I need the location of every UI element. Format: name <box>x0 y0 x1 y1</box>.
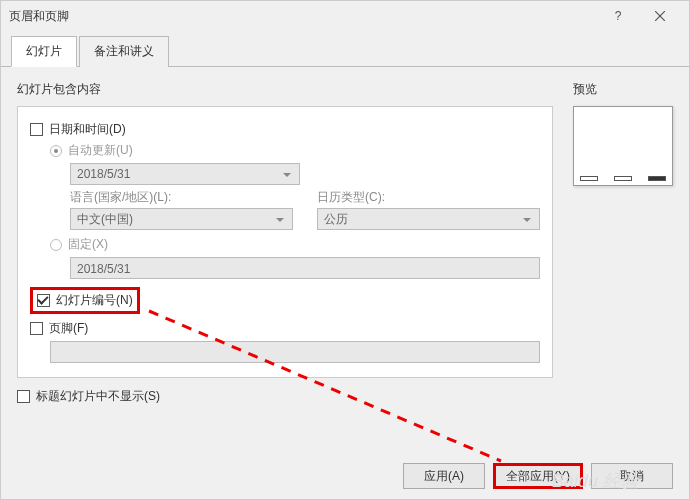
fixed-row: 固定(X) <box>50 236 540 253</box>
tab-notes[interactable]: 备注和讲义 <box>79 36 169 67</box>
button-row: 应用(A) 全部应用(Y) 取消 <box>403 463 673 489</box>
footer-label: 页脚(F) <box>49 320 88 337</box>
hide-title-row: 标题幻灯片中不显示(S) <box>17 388 553 405</box>
close-icon <box>655 11 665 21</box>
datetime-label: 日期和时间(D) <box>49 121 126 138</box>
calendar-label: 日历类型(C): <box>317 189 540 206</box>
titlebar: 页眉和页脚 ? <box>1 1 689 31</box>
options-column: 幻灯片包含内容 日期和时间(D) 自动更新(U) 2018/5/31 <box>17 81 553 409</box>
tab-strip: 幻灯片 备注和讲义 <box>1 35 689 67</box>
tab-slide[interactable]: 幻灯片 <box>11 36 77 67</box>
preview-mark-2 <box>614 176 632 181</box>
fixed-radio[interactable] <box>50 239 62 251</box>
calendar-value: 公历 <box>324 211 348 228</box>
footer-input[interactable] <box>50 341 540 363</box>
help-button[interactable]: ? <box>597 3 639 29</box>
fixed-value: 2018/5/31 <box>77 262 130 276</box>
preview-mark-1 <box>580 176 598 181</box>
preview-box <box>573 106 673 186</box>
apply-button[interactable]: 应用(A) <box>403 463 485 489</box>
close-button[interactable] <box>639 3 681 29</box>
footer-checkbox[interactable] <box>30 322 43 335</box>
fixed-label: 固定(X) <box>68 236 108 253</box>
language-label: 语言(国家/地区)(L): <box>70 189 293 206</box>
preview-column: 预览 <box>573 81 673 409</box>
dialog-title: 页眉和页脚 <box>9 8 597 25</box>
auto-update-row: 自动更新(U) <box>50 142 540 159</box>
preview-marks <box>580 176 666 181</box>
options-group: 日期和时间(D) 自动更新(U) 2018/5/31 语言(国家/地区)(L): <box>17 106 553 378</box>
auto-date-select[interactable]: 2018/5/31 <box>70 163 300 185</box>
hide-title-checkbox[interactable] <box>17 390 30 403</box>
includes-label: 幻灯片包含内容 <box>17 81 553 98</box>
slide-number-highlight: 幻灯片编号(N) <box>30 287 140 314</box>
slide-number-label: 幻灯片编号(N) <box>56 292 133 309</box>
language-value: 中文(中国) <box>77 211 133 228</box>
hide-title-label: 标题幻灯片中不显示(S) <box>36 388 160 405</box>
calendar-select[interactable]: 公历 <box>317 208 540 230</box>
cancel-button[interactable]: 取消 <box>591 463 673 489</box>
datetime-row: 日期和时间(D) <box>30 121 540 138</box>
language-select[interactable]: 中文(中国) <box>70 208 293 230</box>
auto-date-value: 2018/5/31 <box>77 167 130 181</box>
slide-number-checkbox[interactable] <box>37 294 50 307</box>
footer-row: 页脚(F) <box>30 320 540 337</box>
auto-update-label: 自动更新(U) <box>68 142 133 159</box>
datetime-checkbox[interactable] <box>30 123 43 136</box>
fixed-input[interactable]: 2018/5/31 <box>70 257 540 279</box>
preview-label: 预览 <box>573 81 673 98</box>
auto-update-radio[interactable] <box>50 145 62 157</box>
preview-mark-3 <box>648 176 666 181</box>
content-area: 幻灯片包含内容 日期和时间(D) 自动更新(U) 2018/5/31 <box>1 67 689 423</box>
apply-all-button[interactable]: 全部应用(Y) <box>493 463 583 489</box>
header-footer-dialog: 页眉和页脚 ? 幻灯片 备注和讲义 幻灯片包含内容 日期和时间(D) 自动更新(… <box>0 0 690 500</box>
